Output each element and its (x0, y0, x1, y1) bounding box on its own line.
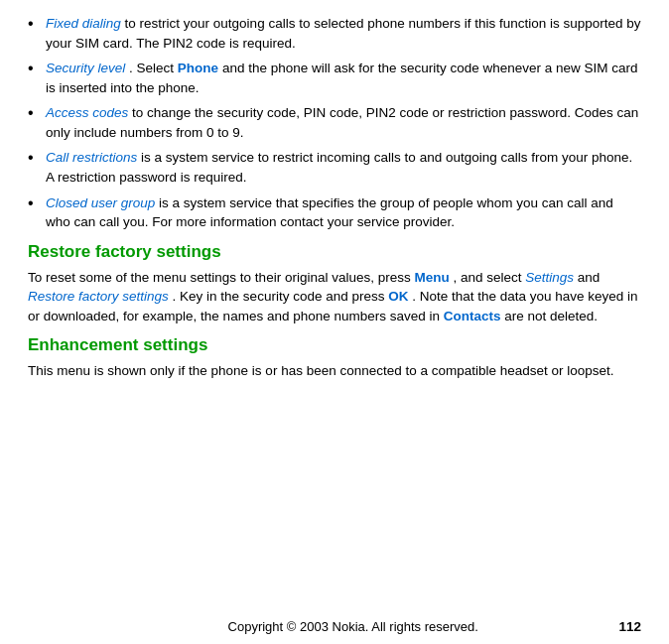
bullet-text: Fixed dialing to restrict your outgoing … (46, 14, 641, 53)
restore-factory-link[interactable]: Restore factory settings (28, 289, 169, 304)
bullet-list: • Fixed dialing to restrict your outgoin… (28, 14, 641, 232)
rfs-text4: . Key in the security code and press (173, 289, 389, 304)
list-item-fixed-dialing: • Fixed dialing to restrict your outgoin… (28, 14, 641, 53)
es-text: This menu is shown only if the phone is … (28, 363, 614, 378)
access-codes-text: to change the security code, PIN code, P… (46, 105, 638, 140)
bullet-dot: • (28, 193, 42, 214)
fixed-dialing-link[interactable]: Fixed dialing (46, 16, 121, 31)
restore-factory-body: To reset some of the menu settings to th… (28, 268, 641, 326)
security-level-link[interactable]: Security level (46, 61, 125, 75)
list-item-closed-user-group: • Closed user group is a system service … (28, 193, 641, 232)
enhancement-settings-body: This menu is shown only if the phone is … (28, 361, 641, 381)
ok-bold: OK (388, 289, 408, 304)
list-item-security-level: • Security level . Select Phone and the … (28, 59, 641, 97)
bullet-dot: • (28, 59, 42, 79)
bullet-text: Access codes to change the security code… (46, 103, 641, 142)
bullet-dot: • (28, 14, 42, 35)
footer-page-number: 112 (618, 619, 641, 634)
fixed-dialing-text: to restrict your outgoing calls to selec… (46, 16, 641, 51)
bullet-text: Security level . Select Phone and the ph… (46, 59, 641, 97)
rfs-text6: are not deleted. (504, 309, 598, 323)
rfs-text2: , and select (453, 270, 525, 285)
enhancement-settings-heading: Enhancement settings (28, 335, 641, 355)
rfs-text1: To reset some of the menu settings to th… (28, 270, 414, 285)
call-restrictions-link[interactable]: Call restrictions (46, 150, 137, 165)
security-level-text1: . Select (129, 61, 178, 75)
footer-copyright: Copyright © 2003 Nokia. All rights reser… (87, 619, 618, 634)
restore-factory-heading: Restore factory settings (28, 242, 641, 262)
settings-link[interactable]: Settings (525, 270, 574, 285)
page-content: • Fixed dialing to restrict your outgoin… (0, 0, 669, 611)
list-item-call-restrictions: • Call restrictions is a system service … (28, 148, 641, 187)
bullet-text: Call restrictions is a system service to… (46, 148, 641, 187)
phone-bold: Phone (178, 61, 218, 75)
bullet-dot: • (28, 103, 42, 124)
bullet-dot: • (28, 148, 42, 169)
rfs-text3: and (578, 270, 601, 285)
menu-bold: Menu (414, 270, 449, 285)
bullet-text: Closed user group is a system service th… (46, 193, 641, 232)
list-item-access-codes: • Access codes to change the security co… (28, 103, 641, 142)
page-footer: Copyright © 2003 Nokia. All rights reser… (0, 611, 669, 644)
contacts-bold: Contacts (444, 309, 501, 323)
closed-user-group-link[interactable]: Closed user group (46, 195, 155, 210)
access-codes-link[interactable]: Access codes (46, 105, 128, 120)
